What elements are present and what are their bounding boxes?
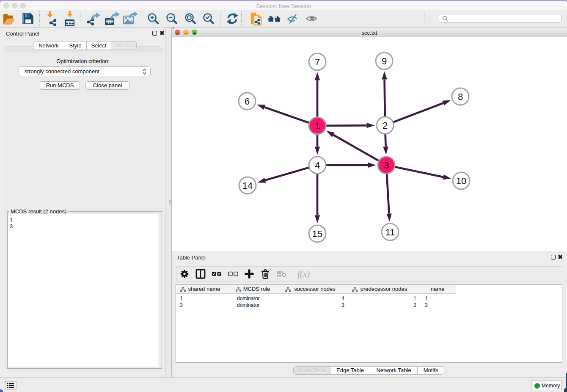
svg-text:1: 1 — [315, 121, 320, 131]
svg-text:6: 6 — [245, 96, 250, 107]
svg-text:10: 10 — [456, 176, 466, 186]
svg-text:11: 11 — [385, 227, 395, 237]
svg-text:f(x): f(x) — [297, 269, 310, 279]
svg-text:2: 2 — [383, 120, 388, 131]
svg-text:8: 8 — [458, 91, 463, 102]
svg-text:3: 3 — [384, 160, 389, 171]
svg-text:9: 9 — [382, 56, 387, 66]
svg-text:14: 14 — [242, 180, 253, 191]
svg-text:4: 4 — [315, 160, 320, 171]
svg-text:7: 7 — [315, 57, 320, 67]
svg-text:15: 15 — [312, 229, 322, 239]
